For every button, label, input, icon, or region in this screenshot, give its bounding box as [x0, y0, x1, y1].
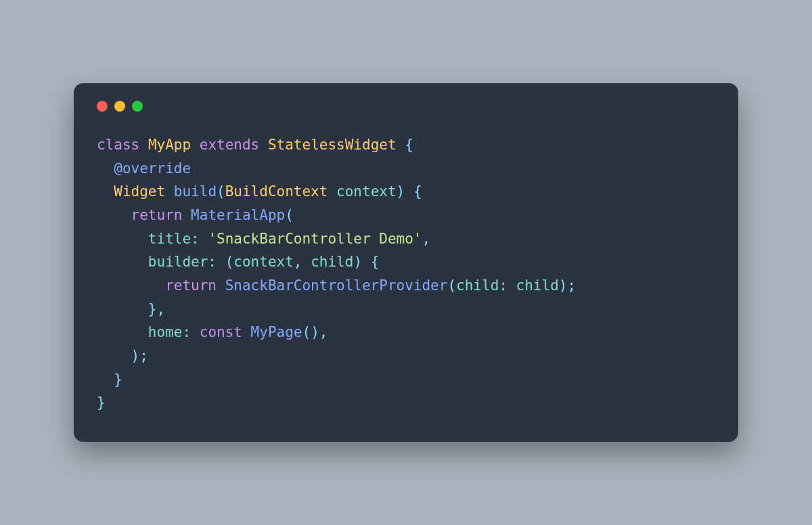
fn-build: build [174, 183, 217, 200]
keyword-return2: return [165, 277, 217, 294]
label-title: title: [148, 231, 200, 247]
keyword-return: return [131, 207, 183, 223]
keyword-class: class [97, 137, 139, 153]
type-buildcontext: BuildContext [225, 183, 328, 200]
window-traffic-lights [97, 101, 715, 112]
brace-close: } [97, 394, 106, 411]
window-minimize-icon[interactable] [114, 101, 125, 112]
label-home: home: [148, 324, 191, 340]
fn-mypage: MyPage [251, 324, 302, 340]
type-myapp: MyApp [148, 137, 191, 153]
code-window: class MyApp extends StatelessWidget { @o… [74, 83, 738, 442]
window-close-icon[interactable] [97, 101, 108, 112]
arg-child: child [516, 277, 559, 294]
label-builder: builder: [148, 254, 217, 270]
type-widget: Widget [114, 183, 165, 200]
label-child: child: [456, 277, 508, 294]
annotation-override: @override [114, 160, 191, 177]
fn-snackbarcontrollerprovider: SnackBarControllerProvider [225, 277, 448, 294]
string-title: 'SnackBarController Demo' [208, 231, 422, 247]
window-zoom-icon[interactable] [132, 101, 143, 112]
fn-materialapp: MaterialApp [191, 207, 285, 223]
brace-open: { [405, 137, 413, 153]
type-statelesswidget: StatelessWidget [268, 137, 397, 153]
keyword-extends: extends [200, 137, 260, 153]
keyword-const: const [200, 324, 242, 340]
param-context2: context [233, 254, 294, 270]
code-block: class MyApp extends StatelessWidget { @o… [97, 133, 715, 415]
param-context: context [336, 183, 397, 200]
param-child: child [311, 254, 353, 270]
